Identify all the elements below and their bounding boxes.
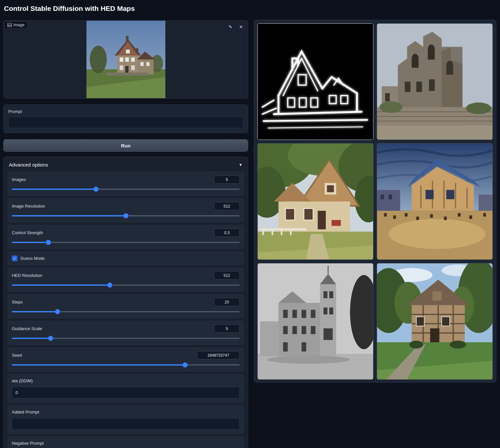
control-strength-slider-row: Control Strength bbox=[8, 225, 244, 249]
gallery-image-castle-ruins[interactable] bbox=[377, 23, 493, 140]
gallery-image-bw-historic-building[interactable] bbox=[257, 263, 373, 380]
steps-value-input[interactable] bbox=[214, 298, 240, 306]
gallery-image-hed-edge-map[interactable] bbox=[257, 23, 373, 140]
gallery-image-timber-house[interactable] bbox=[377, 263, 493, 380]
image-input-label: Image bbox=[13, 23, 24, 27]
eta-row: eta (DDIM) bbox=[8, 374, 244, 403]
edit-icon[interactable]: ✎ bbox=[227, 23, 234, 31]
images-slider-label: Images bbox=[12, 177, 26, 182]
added-prompt-row: Added Prompt bbox=[8, 405, 244, 434]
guidance-scale-slider-row: Guidance Scale bbox=[8, 321, 244, 345]
steps-slider-label: Steps bbox=[12, 300, 23, 304]
negative-prompt-label: Negative Prompt bbox=[12, 441, 44, 446]
image-resolution-slider-row: Image Resolution bbox=[8, 198, 244, 222]
control-strength-slider[interactable] bbox=[12, 240, 240, 245]
advanced-options-title: Advanced options bbox=[9, 162, 48, 168]
seed-slider-row: Seed bbox=[8, 347, 244, 371]
slider-thumb[interactable] bbox=[46, 240, 51, 245]
controls-column: Image ✎ ✕ bbox=[3, 20, 248, 448]
guidance-scale-slider-label: Guidance Scale bbox=[12, 326, 42, 331]
prompt-input[interactable] bbox=[8, 117, 243, 128]
image-input-block: Image ✎ ✕ bbox=[3, 20, 248, 99]
close-icon[interactable]: ✕ bbox=[237, 23, 245, 31]
hed-resolution-slider-label: HED Resolution bbox=[12, 273, 42, 278]
images-slider-row: Images bbox=[8, 172, 244, 196]
hed-resolution-slider[interactable] bbox=[12, 283, 240, 287]
steps-slider-row: Steps bbox=[8, 294, 244, 318]
gallery-image-painted-cottage[interactable] bbox=[257, 143, 373, 260]
advanced-options-panel: Advanced options ▼ Images Image Resoluti… bbox=[3, 157, 248, 448]
hed-resolution-value-input[interactable] bbox=[214, 271, 240, 280]
page-title: Control Stable Diffusion with HED Maps bbox=[4, 5, 135, 12]
run-button[interactable]: Run bbox=[3, 139, 248, 152]
image-toolbar: ✎ ✕ bbox=[227, 23, 245, 31]
seed-slider-label: Seed bbox=[12, 353, 22, 358]
seed-value-input[interactable] bbox=[197, 351, 240, 359]
advanced-options-accordion-header[interactable]: Advanced options ▼ bbox=[4, 157, 248, 172]
image-resolution-slider-label: Image Resolution bbox=[12, 204, 45, 209]
guess-mode-row: ✓ Guess Mode bbox=[8, 252, 244, 265]
guidance-scale-value-input[interactable] bbox=[214, 325, 240, 333]
slider-thumb[interactable] bbox=[48, 336, 53, 341]
slider-thumb[interactable] bbox=[107, 283, 112, 287]
slider-thumb[interactable] bbox=[55, 309, 60, 314]
image-resolution-value-input[interactable] bbox=[214, 202, 240, 210]
added-prompt-input[interactable] bbox=[12, 418, 240, 430]
images-slider[interactable] bbox=[12, 187, 240, 191]
slider-thumb[interactable] bbox=[94, 187, 98, 191]
guess-mode-label: Guess Mode bbox=[20, 256, 45, 261]
prompt-block: Prompt bbox=[3, 104, 248, 133]
image-icon bbox=[7, 23, 12, 27]
advanced-options-stack: Images Image Resolution Control St bbox=[8, 172, 244, 448]
slider-thumb[interactable] bbox=[183, 363, 187, 367]
result-gallery bbox=[254, 20, 496, 383]
guess-mode-checkbox[interactable]: ✓ bbox=[12, 256, 17, 261]
image-resolution-slider[interactable] bbox=[12, 213, 240, 218]
chevron-down-icon: ▼ bbox=[239, 163, 243, 167]
check-icon: ✓ bbox=[13, 257, 16, 260]
images-value-input[interactable] bbox=[214, 175, 240, 184]
prompt-label: Prompt bbox=[8, 109, 243, 114]
negative-prompt-row: Negative Prompt bbox=[8, 437, 244, 448]
guidance-scale-slider[interactable] bbox=[12, 336, 240, 341]
seed-slider[interactable] bbox=[12, 363, 240, 367]
image-input-label-tag: Image bbox=[4, 21, 27, 29]
slider-thumb[interactable] bbox=[124, 213, 128, 218]
gallery-image-stylized-house-painting[interactable] bbox=[377, 143, 493, 260]
control-strength-slider-label: Control Strength bbox=[12, 230, 43, 235]
uploaded-house-image bbox=[86, 21, 165, 99]
hed-resolution-slider-row: HED Resolution bbox=[8, 268, 244, 292]
added-prompt-label: Added Prompt bbox=[12, 410, 39, 414]
eta-label: eta (DDIM) bbox=[12, 378, 33, 383]
steps-slider[interactable] bbox=[12, 309, 240, 314]
control-strength-value-input[interactable] bbox=[214, 229, 240, 237]
eta-input[interactable] bbox=[12, 387, 240, 398]
